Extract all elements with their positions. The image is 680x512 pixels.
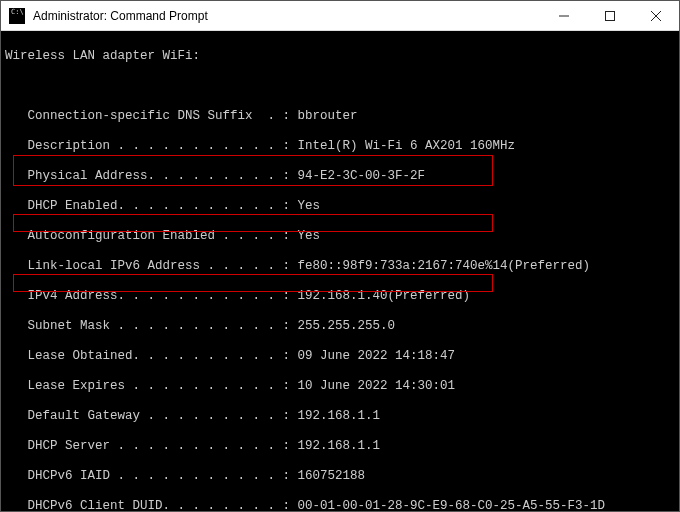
output-line: Description . . . . . . . . . . . : Inte… — [5, 139, 675, 154]
output-line: Wireless LAN adapter WiFi: — [5, 49, 675, 64]
output-line: DHCP Server . . . . . . . . . . . : 192.… — [5, 439, 675, 454]
output-line: Lease Obtained. . . . . . . . . . : 09 J… — [5, 349, 675, 364]
output-line: Autoconfiguration Enabled . . . . : Yes — [5, 229, 675, 244]
titlebar[interactable]: Administrator: Command Prompt — [1, 1, 679, 31]
cmd-icon — [9, 8, 25, 24]
output-line: DHCPv6 IAID . . . . . . . . . . . : 1607… — [5, 469, 675, 484]
svg-rect-1 — [606, 11, 615, 20]
command-prompt-window: Administrator: Command Prompt Wireless L… — [0, 0, 680, 512]
close-button[interactable] — [633, 1, 679, 31]
output-line: DHCP Enabled. . . . . . . . . . . : Yes — [5, 199, 675, 214]
terminal-area[interactable]: Wireless LAN adapter WiFi: Connection-sp… — [1, 31, 679, 511]
output-line: Connection-specific DNS Suffix . : bbrou… — [5, 109, 675, 124]
output-line: Subnet Mask . . . . . . . . . . . : 255.… — [5, 319, 675, 334]
maximize-button[interactable] — [587, 1, 633, 31]
output-line: Lease Expires . . . . . . . . . . : 10 J… — [5, 379, 675, 394]
output-line: IPv4 Address. . . . . . . . . . . : 192.… — [5, 289, 675, 304]
output-line: DHCPv6 Client DUID. . . . . . . . : 00-0… — [5, 499, 675, 511]
minimize-button[interactable] — [541, 1, 587, 31]
output-line — [5, 79, 675, 94]
window-title: Administrator: Command Prompt — [33, 9, 541, 23]
output-line: Default Gateway . . . . . . . . . : 192.… — [5, 409, 675, 424]
output-line: Physical Address. . . . . . . . . : 94-E… — [5, 169, 675, 184]
output-line: Link-local IPv6 Address . . . . . : fe80… — [5, 259, 675, 274]
